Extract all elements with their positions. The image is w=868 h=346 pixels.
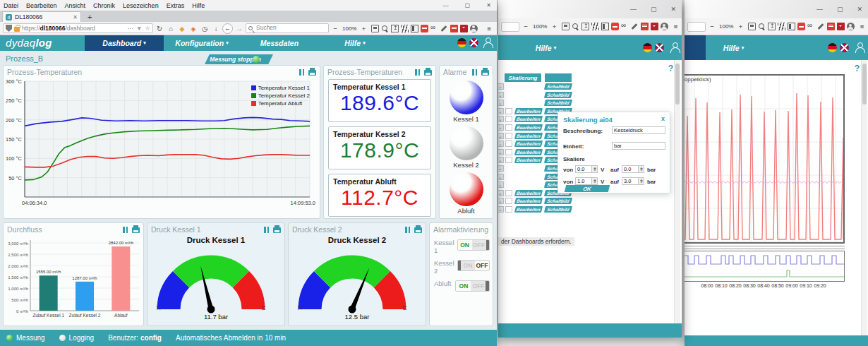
new-tab-button[interactable]: + <box>88 12 92 22</box>
row-checkbox[interactable] <box>505 157 512 163</box>
schaltbild-button[interactable]: Schaltbild <box>544 100 572 106</box>
beschreibung-field[interactable] <box>612 126 665 134</box>
flag-gb-icon[interactable] <box>840 43 849 52</box>
magnifier-icon[interactable] <box>572 23 579 30</box>
toggle-on-label[interactable]: ON <box>461 261 475 270</box>
toggle-off-label[interactable]: OFF <box>471 281 486 291</box>
dialog-close-icon[interactable]: x <box>661 115 665 122</box>
zoom-out-button[interactable]: − <box>521 23 531 30</box>
bearbeiten-button[interactable]: Bearbeiten <box>514 206 543 213</box>
upload-icon[interactable] <box>391 25 399 32</box>
flag-gb-icon[interactable] <box>655 43 664 52</box>
page-actions-icon[interactable]: ⋯ <box>127 25 133 32</box>
nav-messdaten[interactable]: Messdaten <box>254 35 305 51</box>
pause-icon[interactable] <box>299 68 304 76</box>
infinity-icon[interactable] <box>807 23 815 30</box>
print-icon[interactable] <box>132 227 140 233</box>
wrench-icon[interactable] <box>440 25 448 32</box>
tracking-shield-icon[interactable] <box>6 25 12 32</box>
browser-tab[interactable]: d DL180066 ✕ <box>2 11 81 22</box>
von-2-field[interactable] <box>575 177 592 185</box>
app-menu-icon[interactable]: ≡ <box>857 23 867 30</box>
toggle-handle[interactable] <box>486 240 489 250</box>
bearbeiten-button[interactable]: Bearbeiten <box>514 133 543 139</box>
stop-red-icon[interactable] <box>611 23 619 30</box>
nav-hilfe[interactable]: Hilfe▾ <box>714 35 753 60</box>
sidebar-icon[interactable] <box>788 23 795 30</box>
row-dropdown-icon[interactable]: ⌄ <box>498 181 504 188</box>
row-dropdown-icon[interactable]: ⌄ <box>498 165 504 172</box>
extension-icon-1[interactable]: ◆ <box>177 25 187 32</box>
menu-item-bearbeiten[interactable]: Bearbeiten <box>26 2 57 9</box>
downloader-icon[interactable] <box>651 23 658 30</box>
printer-icon[interactable] <box>562 23 569 30</box>
library-icon[interactable] <box>778 23 785 30</box>
maximize-button[interactable]: ▢ <box>651 6 657 13</box>
zoom-in-button[interactable]: + <box>735 23 745 30</box>
bearbeiten-button[interactable]: Bearbeiten <box>514 124 543 131</box>
lock-icon[interactable] <box>14 27 20 32</box>
menu-item-hilfe[interactable]: Hilfe <box>192 2 205 9</box>
pause-icon[interactable] <box>472 68 477 76</box>
einheit-field[interactable] <box>612 142 665 150</box>
flag-de-icon[interactable] <box>828 43 837 52</box>
schaltbild-button[interactable]: Schaltbild <box>544 198 572 204</box>
row-dropdown-icon[interactable]: ⌄ <box>498 157 504 163</box>
row-checkbox[interactable] <box>505 141 512 147</box>
pdf-icon[interactable] <box>827 23 835 30</box>
alarm-toggle-kessel-1[interactable]: ONOFF <box>457 239 490 251</box>
zoom-out-button[interactable]: − <box>707 23 717 30</box>
printer-icon[interactable] <box>748 23 756 30</box>
minimize-button[interactable]: — <box>443 2 449 8</box>
nav-hilfe[interactable]: Hilfe▾ <box>526 35 565 60</box>
zoom-in-button[interactable]: + <box>358 25 368 32</box>
pocket-icon[interactable]: ▼ <box>136 25 142 32</box>
alarm-toggle-kessel-2[interactable]: ONOFF <box>457 260 490 271</box>
flag-de-icon[interactable] <box>457 38 466 47</box>
close-button[interactable]: ✕ <box>857 6 862 13</box>
history-clock-icon[interactable]: ◷ <box>200 25 210 32</box>
print-icon[interactable] <box>273 227 281 233</box>
minimize-button[interactable]: — <box>630 6 637 13</box>
zoom-out-button[interactable]: − <box>330 25 340 32</box>
row-dropdown-icon[interactable]: ⌄ <box>498 206 504 213</box>
wrench-icon[interactable] <box>817 23 825 30</box>
menu-item-lesezeichen[interactable]: Lesezeichen <box>123 2 159 9</box>
app-menu-icon[interactable]: ≡ <box>484 25 494 32</box>
schaltbild-button[interactable]: Schaltbild <box>544 83 572 90</box>
bearbeiten-button[interactable]: Bearbeiten <box>514 157 543 163</box>
scrollbar[interactable] <box>861 60 867 335</box>
row-checkbox[interactable] <box>505 206 512 213</box>
pause-icon[interactable] <box>405 226 410 233</box>
bearbeiten-button[interactable]: Bearbeiten <box>514 149 543 155</box>
scrollbar-thumb[interactable] <box>675 64 680 105</box>
stop-red-icon[interactable] <box>421 25 428 32</box>
zoom-in-button[interactable]: + <box>549 23 559 30</box>
infinity-icon[interactable] <box>430 25 438 32</box>
tab-close-icon[interactable]: ✕ <box>73 14 78 20</box>
zoom-level[interactable]: 100% <box>342 25 357 32</box>
infinity-icon[interactable] <box>621 23 629 30</box>
printer-icon[interactable] <box>371 25 379 32</box>
bearbeiten-button[interactable]: Bearbeiten <box>514 198 543 204</box>
row-dropdown-icon[interactable]: ⌄ <box>498 149 504 155</box>
print-icon[interactable] <box>481 70 489 76</box>
upload-icon[interactable] <box>768 23 776 30</box>
user-account-icon[interactable] <box>670 42 680 53</box>
menu-item-extras[interactable]: Extras <box>167 2 185 9</box>
downloads-icon[interactable]: ↓ <box>211 25 221 32</box>
pdf-icon[interactable] <box>641 23 649 30</box>
bearbeiten-button[interactable]: Bearbeiten <box>514 190 543 196</box>
home-icon[interactable]: ⌂ <box>166 25 176 32</box>
stepper-icon[interactable] <box>639 177 644 185</box>
print-icon[interactable] <box>414 227 422 233</box>
print-icon[interactable] <box>308 70 316 76</box>
nav-hilfe[interactable]: Hilfe▾ <box>337 35 373 51</box>
row-dropdown-icon[interactable]: ⌄ <box>498 133 504 139</box>
nav-active-fragment[interactable] <box>685 35 706 60</box>
library-icon[interactable] <box>401 25 409 32</box>
pause-icon[interactable] <box>415 68 420 76</box>
row-checkbox[interactable] <box>505 124 512 131</box>
toggle-on-label[interactable]: ON <box>458 240 472 250</box>
scrollbar[interactable] <box>674 60 680 323</box>
